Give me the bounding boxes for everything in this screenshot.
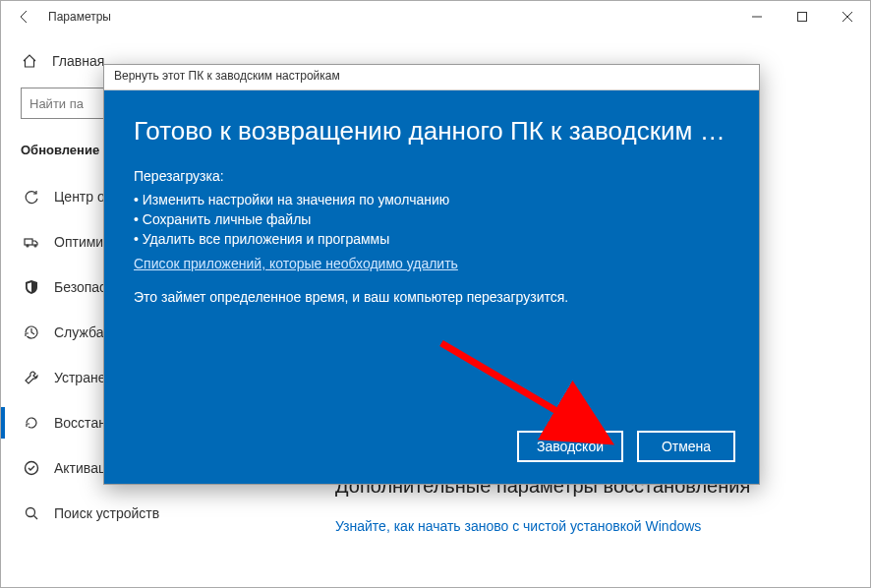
nav-label: Безопас <box>54 279 106 295</box>
delivery-icon <box>23 233 40 251</box>
dialog-buttons: Заводской Отмена <box>517 431 735 462</box>
apps-to-remove-link[interactable]: Список приложений, которые необходимо уд… <box>134 256 458 271</box>
fresh-start-link[interactable]: Узнайте, как начать заново с чистой уста… <box>335 518 701 534</box>
nav-label: Служба <box>54 324 103 340</box>
dialog-note: Это займет определенное время, и ваш ком… <box>134 289 729 305</box>
minimize-button[interactable] <box>734 1 780 32</box>
dialog-heading: Готово к возвращению данного ПК к заводс… <box>134 116 729 147</box>
home-label: Главная <box>52 53 104 69</box>
dialog-titlebar: Вернуть этот ПК к заводским настройкам <box>104 65 759 90</box>
svg-rect-4 <box>25 239 32 245</box>
svg-point-7 <box>26 462 38 475</box>
bullet-item: Сохранить личные файлы <box>134 209 729 229</box>
nav-label: Центр о <box>54 189 105 205</box>
shield-icon <box>23 278 40 296</box>
dialog-body: Готово к возвращению данного ПК к заводс… <box>104 90 759 484</box>
back-button[interactable] <box>9 1 40 32</box>
nav-label: Оптими <box>54 234 103 250</box>
sidebar-item-find-device[interactable]: Поиск устройств <box>21 494 316 533</box>
dialog-subheading: Перезагрузка: <box>134 168 729 184</box>
nav-label: Устране <box>54 370 105 385</box>
reset-pc-dialog: Вернуть этот ПК к заводским настройкам Г… <box>103 64 760 485</box>
nav-label: Поиск устройств <box>54 505 159 521</box>
svg-point-5 <box>27 245 29 247</box>
svg-rect-1 <box>798 13 807 22</box>
history-icon <box>23 323 40 341</box>
search-icon <box>23 504 40 522</box>
svg-line-9 <box>34 516 38 520</box>
window-title: Параметры <box>48 10 111 24</box>
cancel-button[interactable]: Отмена <box>637 431 735 462</box>
check-icon <box>23 459 40 477</box>
window-titlebar: Параметры <box>1 1 870 32</box>
dialog-bullet-list: Изменить настройки на значения по умолча… <box>134 190 729 249</box>
recovery-icon <box>23 414 40 432</box>
sync-icon <box>23 188 40 206</box>
bullet-item: Изменить настройки на значения по умолча… <box>134 190 729 209</box>
home-icon <box>21 52 38 70</box>
wrench-icon <box>23 369 40 386</box>
nav-label: Восстан <box>54 415 106 431</box>
search-placeholder: Найти па <box>29 96 84 111</box>
svg-point-8 <box>27 508 35 517</box>
maximize-button[interactable] <box>780 1 825 32</box>
svg-point-6 <box>34 245 36 247</box>
close-button[interactable] <box>825 1 870 32</box>
factory-reset-button[interactable]: Заводской <box>517 431 623 462</box>
bullet-item: Удалить все приложения и программы <box>134 229 729 249</box>
